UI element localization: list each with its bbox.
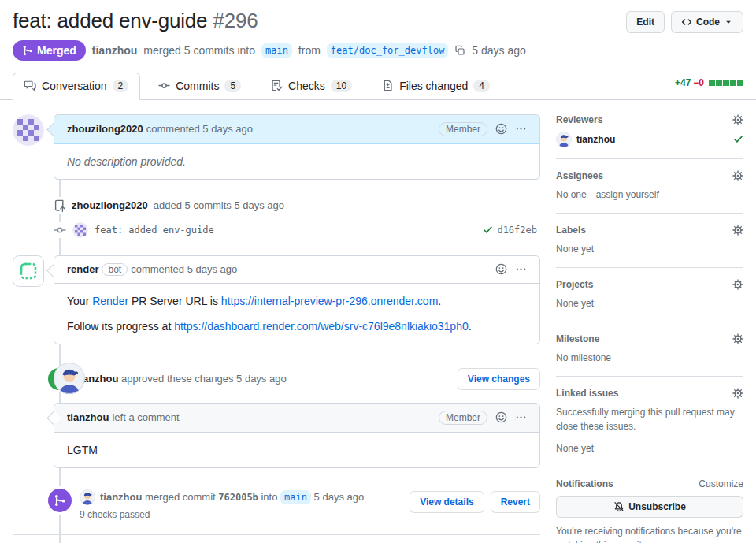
page-title: feat: added env-guide #296 — [13, 8, 258, 34]
comment-header: zhouzilong2020 commented 5 days ago Memb… — [54, 115, 539, 144]
pr-title-text: feat: added env-guide — [13, 9, 207, 32]
comment-options-button[interactable] — [515, 411, 527, 423]
reviewer-row[interactable]: tianzhou — [556, 132, 743, 147]
caret-down-icon — [724, 17, 733, 27]
sidebar: Reviewers tianzhou Assignees No one—assi… — [556, 114, 743, 543]
merge-action-text: merged 5 commits into — [143, 44, 255, 57]
avatar-column — [13, 114, 44, 180]
comment-options-button[interactable] — [515, 123, 527, 135]
comment-action: commented 5 days ago — [146, 123, 253, 135]
customize-link[interactable]: Customize — [699, 478, 743, 489]
linked-issues-desc: Successfully merging this pull request m… — [556, 405, 743, 433]
merged-event-text: tianzhou merged commit 762005b into main… — [80, 489, 364, 520]
no-description-text: No description provided. — [67, 155, 186, 168]
linked-issues-header[interactable]: Linked issues — [556, 388, 743, 399]
render-link[interactable]: Render — [92, 295, 128, 307]
code-button[interactable]: Code — [671, 11, 743, 33]
comment-author[interactable]: zhouzilong2020 — [67, 123, 143, 135]
sidebar-assignees: Assignees No one—assign yourself — [556, 170, 743, 214]
head-branch-label[interactable]: feat/doc_for_devflow — [327, 43, 449, 58]
divider — [13, 534, 540, 535]
gear-icon[interactable] — [732, 114, 743, 125]
unsubscribe-button[interactable]: Unsubscribe — [556, 496, 743, 518]
revert-button[interactable]: Revert — [491, 491, 540, 513]
comment-box: render bot commented 5 days ago Your Ren… — [54, 255, 540, 344]
milestone-header[interactable]: Milestone — [556, 333, 743, 344]
merged-event: tianzhou merged commit 762005b into main… — [13, 489, 540, 520]
base-branch-label[interactable]: main — [261, 43, 292, 58]
reviewer-name[interactable]: tianzhou — [576, 134, 615, 145]
avatar-zhouzilong2020-small[interactable] — [72, 222, 88, 238]
preview-url-link[interactable]: https://internal-preview-pr-296.onrender… — [221, 295, 438, 307]
comment-body: Your Render PR Server URL is https://int… — [54, 284, 539, 344]
merge-commit-sha[interactable]: 762005b — [218, 492, 258, 503]
emoji-reaction-button[interactable] — [495, 123, 507, 135]
tab-files-changed[interactable]: Files changed4 — [370, 73, 502, 100]
conversation-icon — [24, 80, 36, 91]
comment-action: commented 5 days ago — [131, 263, 237, 275]
tab-counter: 5 — [224, 80, 241, 92]
emoji-reaction-button[interactable] — [495, 263, 507, 275]
commit-sha-link[interactable]: d16f2eb — [497, 225, 537, 236]
gear-icon[interactable] — [732, 333, 743, 344]
status-badge: Merged — [13, 40, 86, 61]
pr-number: #296 — [213, 9, 258, 32]
view-details-button[interactable]: View details — [410, 491, 484, 513]
sidebar-milestone: Milestone No milestone — [556, 333, 743, 377]
avatar-render-bot[interactable] — [13, 255, 44, 287]
repo-push-icon — [54, 197, 66, 214]
gear-icon[interactable] — [732, 388, 743, 399]
merger-name[interactable]: tianzhou — [100, 491, 142, 503]
comment-author[interactable]: render — [67, 263, 98, 275]
diffstat-blocks — [709, 80, 743, 86]
deletions-count: −0 — [693, 77, 704, 88]
comment-author[interactable]: tianzhou — [67, 411, 109, 423]
tab-commits[interactable]: Commits5 — [146, 73, 253, 100]
avatar-tianzhou-small[interactable] — [556, 132, 572, 147]
review-approved-event: tianzhou approved these changes 5 days a… — [13, 368, 540, 468]
kebab-icon — [515, 263, 527, 275]
emoji-reaction-button[interactable] — [495, 411, 507, 423]
merge-actions: View details Revert — [410, 489, 540, 513]
member-badge: Member — [439, 411, 487, 425]
git-merge-icon — [54, 494, 66, 507]
view-changes-button[interactable]: View changes — [458, 368, 540, 390]
comment-header: render bot commented 5 days ago — [54, 256, 539, 284]
smiley-icon — [495, 263, 507, 275]
avatar-tianzhou[interactable] — [54, 363, 85, 394]
tab-bar: Conversation2 Commits5 Checks10 Files ch… — [0, 72, 756, 100]
main-layout: zhouzilong2020 commented 5 days ago Memb… — [13, 100, 743, 543]
checks-passed-text[interactable]: 9 checks passed — [80, 509, 364, 520]
labels-empty-text: None yet — [556, 242, 743, 256]
timeline: zhouzilong2020 commented 5 days ago Memb… — [13, 114, 540, 543]
assignees-header[interactable]: Assignees — [556, 170, 743, 181]
reviewers-header[interactable]: Reviewers — [556, 114, 743, 125]
avatar-zhouzilong2020[interactable] — [13, 114, 44, 146]
gear-icon[interactable] — [732, 279, 743, 290]
sidebar-notifications: Notifications Customize Unsubscribe You'… — [556, 478, 743, 543]
comment-options-button[interactable] — [515, 263, 527, 275]
gear-icon[interactable] — [732, 170, 743, 181]
edit-button[interactable]: Edit — [626, 11, 665, 33]
merged-by-user[interactable]: tianzhou — [92, 44, 138, 57]
comment-action: left a comment — [112, 411, 179, 423]
bot-badge: bot — [102, 263, 128, 276]
projects-header[interactable]: Projects — [556, 279, 743, 290]
dashboard-url-link[interactable]: https://dashboard.render.com/web/srv-c76… — [174, 320, 469, 333]
base-branch-label[interactable]: main — [280, 490, 311, 504]
from-text: from — [298, 44, 321, 57]
bell-slash-icon — [613, 501, 624, 512]
linked-issues-empty-text: None yet — [556, 441, 743, 456]
assignees-empty-text[interactable]: No one—assign yourself — [556, 188, 743, 202]
labels-header[interactable]: Labels — [556, 225, 743, 236]
commit-message[interactable]: feat: added env-guide — [94, 225, 214, 236]
copy-icon[interactable] — [454, 45, 465, 56]
tab-checks[interactable]: Checks10 — [259, 73, 364, 100]
smiley-icon — [495, 123, 507, 135]
event-action: added 5 commits 5 days ago — [154, 199, 284, 211]
tab-counter: 4 — [473, 80, 490, 92]
tab-conversation[interactable]: Conversation2 — [13, 73, 140, 100]
avatar-tianzhou-small[interactable] — [80, 489, 95, 505]
gear-icon[interactable] — [732, 225, 743, 236]
event-author[interactable]: zhouzilong2020 — [72, 199, 148, 211]
